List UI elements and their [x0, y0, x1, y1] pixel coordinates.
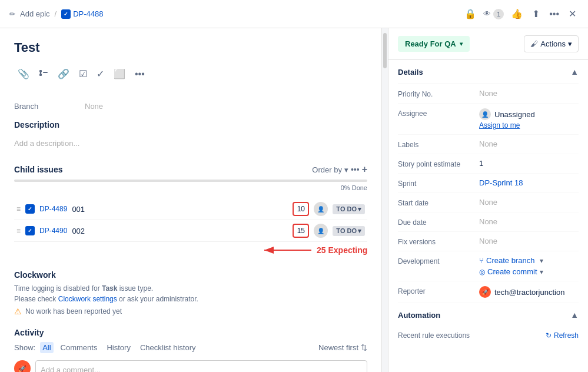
order-by-button[interactable]: Order by ▾ [312, 165, 348, 174]
create-commit-link[interactable]: Create commit [487, 267, 537, 276]
ticket-badge[interactable]: ✓ DP-4488 [61, 9, 103, 19]
clockwork-section: Clockwork Time logging is disabled for T… [14, 270, 367, 316]
development-value: ⑂ Create branch ▾ ◎ Create commit ▾ [479, 256, 543, 276]
assignee-row: Assignee 👤 Unassigned Assign to me [398, 104, 579, 135]
issue-item: ≡ ✓ DP-4489 001 10 👤 TO DO ▾ [14, 198, 367, 220]
newest-first-button[interactable]: Newest first ⇅ [318, 343, 367, 352]
progress-label: 0% Done [14, 184, 367, 191]
issue-key[interactable]: DP-4490 [39, 227, 67, 235]
activity-section: Activity Show: All Comments History Chec… [14, 328, 367, 372]
actions-label: Actions [540, 39, 566, 48]
status-button[interactable]: Ready For QA ▾ [398, 36, 470, 52]
commit-expand-icon[interactable]: ▾ [540, 268, 543, 276]
story-point-value[interactable]: 1 [479, 159, 579, 168]
branch-label: Branch [14, 102, 85, 111]
reporter-label: Reporter [398, 286, 474, 295]
description-title: Description [14, 120, 367, 129]
collapse-icon: ▲ [570, 67, 579, 77]
filter-history-button[interactable]: History [104, 342, 132, 353]
avatar: 👤 [314, 202, 328, 216]
filter-checklist-button[interactable]: Checklist history [138, 342, 198, 353]
fix-versions-row: Fix versions None [398, 232, 579, 251]
branch-icon: ⑂ [479, 256, 484, 265]
due-date-label: Due date [398, 217, 474, 227]
story-points[interactable]: 15 [293, 224, 309, 238]
box-button[interactable]: ⬜ [110, 65, 129, 83]
issue-type-icon: ✓ [25, 204, 35, 214]
watch-button[interactable]: 👁 1 [483, 9, 504, 19]
issue-name: 002 [72, 227, 288, 235]
close-button[interactable]: ✕ [566, 6, 579, 22]
child-issues-section: Child issues Order by ▾ ••• + 0% Done [14, 164, 367, 261]
status-badge[interactable]: TO DO ▾ [333, 204, 365, 214]
user-avatar: 🚀 [14, 360, 31, 372]
description-placeholder[interactable]: Add a description... [14, 134, 367, 152]
status-badge[interactable]: TO DO ▾ [333, 226, 365, 236]
development-row: Development ⑂ Create branch ▾ ◎ Create c… [398, 251, 579, 281]
add-epic-label[interactable]: Add epic [20, 9, 50, 18]
actions-button[interactable]: 🖌 Actions ▾ [524, 35, 579, 52]
branch-field-row: Branch None [14, 102, 367, 111]
watch-count: 1 [493, 9, 504, 19]
link-button[interactable]: 🔗 [54, 65, 73, 83]
commit-icon: ◎ [479, 268, 485, 276]
details-header[interactable]: Details ▲ [398, 60, 579, 84]
more-button[interactable]: ••• [547, 6, 562, 22]
right-panel-header: Ready For QA ▾ 🖌 Actions ▾ [388, 28, 588, 60]
filter-all-button[interactable]: All [40, 342, 53, 353]
automation-title: Automation [398, 311, 440, 320]
like-button[interactable]: 👍 [509, 6, 525, 22]
issue-type-icon: ✓ [25, 226, 35, 235]
issue-name: 001 [72, 205, 288, 214]
checklist-button[interactable]: ☑ [75, 65, 91, 83]
left-scrollbar[interactable] [382, 28, 388, 372]
reporter-value: 🚀 tech@tractorjunction [479, 286, 564, 298]
drag-handle[interactable]: ≡ [16, 205, 21, 213]
more-toolbar-button[interactable]: ••• [131, 65, 148, 83]
refresh-button[interactable]: ↻ Refresh [546, 331, 579, 340]
automation-header[interactable]: Automation ▲ [398, 303, 579, 327]
filter-comments-button[interactable]: Comments [58, 342, 100, 353]
lock-button[interactable]: 🔒 [462, 6, 479, 22]
child-issues-more[interactable]: ••• [351, 165, 360, 174]
assignee-value: 👤 Unassigned Assign to me [479, 108, 535, 129]
comment-input[interactable]: Add a comment... [35, 360, 367, 372]
details-title: Details [398, 68, 423, 77]
warning-icon: ⚠ [14, 307, 22, 316]
priority-value: None [479, 89, 579, 98]
priority-row: Priority No. None [398, 84, 579, 104]
labels-value: None [479, 140, 579, 148]
story-points[interactable]: 10 [293, 202, 309, 216]
reporter-avatar: 🚀 [479, 286, 491, 298]
status-chevron: ▾ [460, 41, 463, 47]
sprint-label: Sprint [398, 178, 474, 188]
sprint-row: Sprint DP-Sprint 18 [398, 174, 579, 193]
breadcrumb-sep: / [55, 9, 57, 18]
activity-title: Activity [14, 328, 367, 337]
sprint-value[interactable]: DP-Sprint 18 [479, 178, 579, 187]
add-child-issue-button[interactable]: + [362, 164, 367, 175]
annotation-text: 25 Expecting [317, 245, 367, 255]
hierarchy-button[interactable] [35, 66, 52, 82]
issue-title[interactable]: Test [14, 40, 367, 55]
automation-collapse-icon: ▲ [570, 310, 579, 320]
attachment-button[interactable]: 📎 [14, 65, 33, 83]
share-button[interactable]: ⬆ [530, 6, 542, 22]
clockwork-settings-link[interactable]: Clockwork settings [58, 295, 117, 303]
actions-icon: 🖌 [530, 39, 538, 48]
issue-key[interactable]: DP-4489 [39, 205, 67, 213]
branch-value: None [85, 102, 103, 111]
branch-expand-icon[interactable]: ▾ [540, 257, 543, 265]
drag-handle[interactable]: ≡ [16, 227, 21, 235]
due-date-row: Due date None [398, 212, 579, 232]
check-button[interactable]: ✓ [93, 65, 108, 83]
ticket-id: DP-4488 [73, 9, 103, 18]
child-issues-title: Child issues [14, 165, 62, 174]
assign-to-me-link[interactable]: Assign to me [479, 121, 535, 129]
scroll-thumb[interactable] [383, 33, 387, 68]
development-label: Development [398, 256, 474, 265]
create-branch-link[interactable]: Create branch [486, 256, 534, 265]
issue-item: ≡ ✓ DP-4490 002 15 👤 TO DO ▾ [14, 220, 367, 242]
start-date-label: Start date [398, 198, 474, 207]
labels-label: Labels [398, 140, 474, 149]
